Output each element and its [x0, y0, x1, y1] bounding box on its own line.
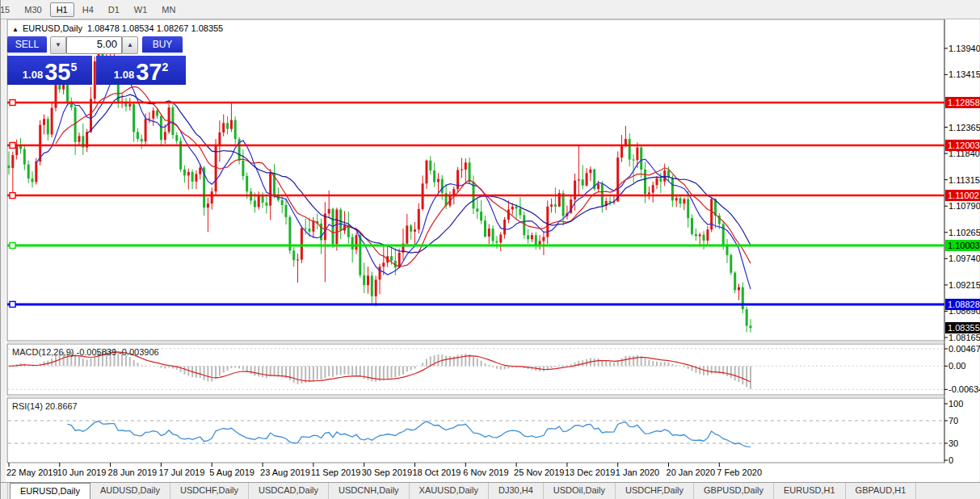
- chart-symbol-label: EURUSD,Daily: [23, 23, 82, 33]
- sell-price-pip: 5: [70, 61, 77, 73]
- collapse-icon[interactable]: ▲: [12, 26, 19, 33]
- chart-tab-1[interactable]: AUDUSD,Daily: [90, 483, 170, 499]
- sell-price-button[interactable]: 1.08 35 5: [7, 56, 92, 85]
- chart-tab-3[interactable]: USDCAD,Daily: [249, 483, 329, 499]
- timeframe-button-h1[interactable]: H1: [50, 2, 74, 17]
- buy-price-big: 37: [136, 60, 162, 84]
- buy-button[interactable]: BUY: [142, 36, 183, 54]
- tabbar-grip[interactable]: [1, 483, 8, 499]
- macd-main-value: -0.005839: [76, 347, 116, 357]
- trading-terminal: 15M30H1H4D1W1MN ▲EURUSD,Daily 1.08478 1.…: [0, 0, 980, 499]
- macd-signal-value: -0.003906: [119, 347, 159, 357]
- timeframe-button-m30[interactable]: M30: [18, 2, 48, 17]
- chart-tab-0[interactable]: EURUSD,Daily: [10, 483, 90, 499]
- sell-button[interactable]: SELL: [7, 36, 47, 54]
- rsi-label: RSI(14) 20.8667: [12, 401, 78, 411]
- chart-tab-bar: EURUSD,DailyAUDUSD,DailyUSDCHF,DailyUSDC…: [1, 482, 980, 499]
- volume-input[interactable]: 5.00: [66, 36, 122, 54]
- sell-price-big: 35: [44, 60, 70, 84]
- chart-tab-11[interactable]: GBPAUD,H1: [846, 483, 917, 499]
- chart-tab-6[interactable]: DJ30,H4: [489, 483, 544, 499]
- one-click-trade-panel: SELL ▼ 5.00 ▲ BUY 1.08 35 5 1.08 37 2: [7, 36, 186, 85]
- chart-tab-9[interactable]: GBPUSD,Daily: [694, 483, 774, 499]
- buy-price-button[interactable]: 1.08 37 2: [96, 56, 186, 85]
- macd-label: MACD(12,26,9) -0.005839 -0.003906: [12, 347, 159, 357]
- timeframe-button-w1[interactable]: W1: [128, 2, 154, 17]
- chart-tab-10[interactable]: EURUSD,H1: [774, 483, 846, 499]
- timeframe-button-15[interactable]: 15: [1, 2, 16, 17]
- sell-price-prefix: 1.08: [23, 69, 43, 81]
- chart-title: ▲EURUSD,Daily 1.08478 1.08534 1.08267 1.…: [12, 23, 223, 33]
- timeframe-button-mn[interactable]: MN: [155, 2, 182, 17]
- chart-tab-5[interactable]: XAUUSD,Daily: [410, 483, 489, 499]
- volume-increase-icon[interactable]: ▲: [122, 36, 138, 54]
- chart-tab-4[interactable]: USDCNH,Daily: [329, 483, 410, 499]
- timeframe-toolbar: 15M30H1H4D1W1MN: [1, 0, 980, 19]
- rsi-value: 20.8667: [45, 401, 78, 411]
- volume-spinner: ▼ 5.00 ▲: [50, 36, 138, 54]
- timeframe-button-h4[interactable]: H4: [76, 2, 100, 17]
- chart-ohlc-values: 1.08478 1.08534 1.08267 1.08355: [87, 23, 223, 33]
- chart-tab-2[interactable]: USDCHF,Daily: [170, 483, 249, 499]
- buy-price-pip: 2: [162, 61, 168, 73]
- chart-tab-8[interactable]: USDCHF,Daily: [616, 483, 694, 499]
- timeframe-button-d1[interactable]: D1: [102, 2, 126, 17]
- chart-tab-7[interactable]: USDOil,Daily: [544, 483, 616, 499]
- volume-decrease-icon[interactable]: ▼: [50, 36, 66, 54]
- buy-price-prefix: 1.08: [114, 69, 134, 81]
